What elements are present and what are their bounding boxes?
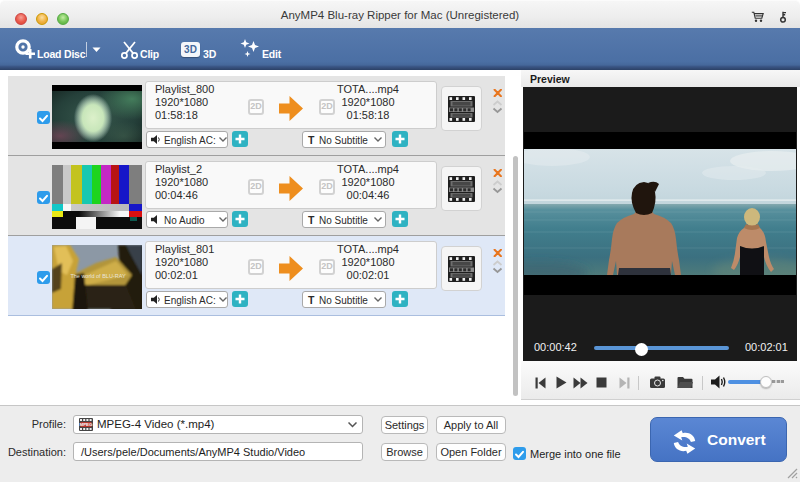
svg-text:The world of BLU-RAY: The world of BLU-RAY [70,273,126,279]
svg-text:MPEG: MPEG [80,422,93,427]
